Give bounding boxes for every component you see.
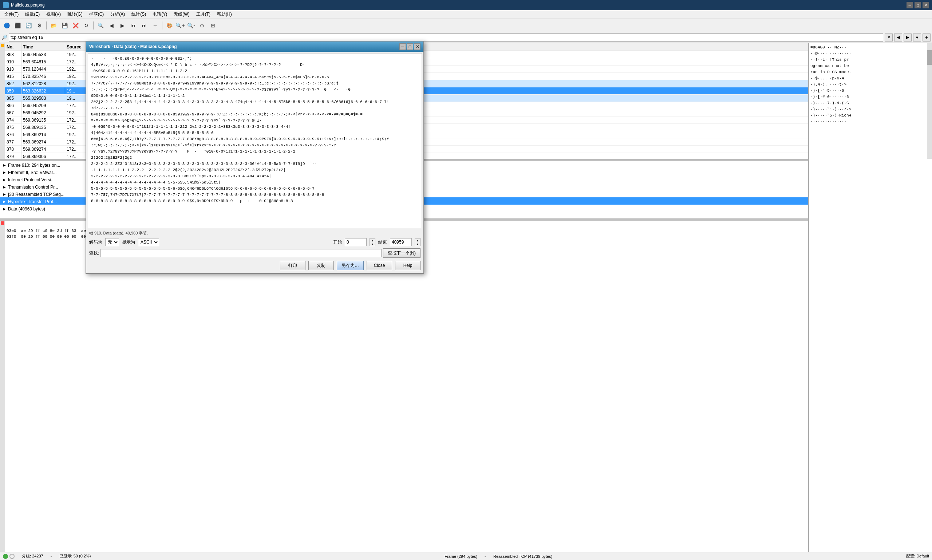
window-close-button[interactable]: ✕ (923, 2, 929, 8)
find-button[interactable]: 🔍 (95, 20, 106, 31)
status-divider-2: • (484, 554, 486, 558)
go-forward-button[interactable]: ▶ (117, 20, 128, 31)
minimize-button[interactable]: ─ (906, 2, 913, 8)
colorize-button[interactable]: 🎨 (164, 20, 174, 31)
new-capture-button[interactable]: 🔵 (2, 20, 12, 31)
show-as-label: 显示为 (122, 239, 135, 245)
search-label: 查找: (89, 250, 99, 256)
save-button[interactable]: 💾 (59, 20, 69, 31)
detail-label: Frame 910: 294 bytes on... (8, 162, 60, 169)
end-spinner-up[interactable]: ▲ (415, 238, 420, 242)
capture-indicator (9, 554, 15, 559)
detail-label: Transmission Control Pr... (8, 183, 58, 191)
zoom-in-button[interactable]: 🔍+ (175, 20, 185, 31)
menu-help[interactable]: 帮助(H) (214, 11, 235, 18)
start-spinner-down[interactable]: ▼ (370, 242, 375, 246)
dialog-hex-line: 2(262;2@2E2P2]2g2| (91, 155, 419, 161)
filter-plus-button[interactable]: + (923, 34, 930, 42)
close-file-button[interactable]: ❌ (70, 20, 80, 31)
dialog-hex-line: 2#2j2·2·2·2·2·2$3·4;4·4·4·4·4·4·3·3·3·3·… (91, 99, 419, 105)
save-as-button[interactable]: 另存为… (337, 261, 364, 270)
col-header-time: Time (22, 43, 65, 51)
go-to-packet-button[interactable]: → (150, 20, 160, 31)
status-config: 配置: Default (906, 554, 929, 559)
dialog-hex-line: 4;E;V;v;·;·;·;·;<·<+4<C<K<Q<e<·<=*=D=\=b… (91, 62, 419, 68)
search-next-button[interactable]: 查找下一个(N) (383, 248, 420, 258)
options-button[interactable]: ⚙ (34, 20, 45, 31)
help-button[interactable]: Help (395, 261, 420, 270)
dialog-hex-line: · · ·0·0,s0·0·0·0·0·0·0·0·0·0·0S1·;*; (91, 56, 419, 62)
start-input[interactable] (345, 238, 367, 246)
dialog-hex-line: 7·7·7$7,747<7D7L7X7t7|7·7·7·7·7·7·7·7·7·… (91, 192, 419, 198)
dialog-hex-line: ;·;·;·;·;<$<F<]<·<·<·<·<·< ·=·=>·U=|·=·=… (91, 87, 419, 93)
detail-label: Internet Protocol Versi... (8, 176, 55, 183)
menu-wireless[interactable]: 无线(W) (171, 11, 192, 18)
dialog-minimize-button[interactable]: ─ (399, 43, 406, 50)
menu-view[interactable]: 视图(V) (43, 11, 64, 18)
open-button[interactable]: 📂 (48, 20, 58, 31)
resize-columns-button[interactable]: ⊞ (208, 20, 218, 31)
status-frame: Frame (294 bytes) (444, 554, 477, 558)
dialog-hex-line: 4·4·4·4·4·4·4·4·4·4·4·4·4·4·4·4 5·5·5$5,… (91, 180, 419, 186)
detail-label: [30 Reassembled TCP Seg... (8, 191, 65, 198)
start-spinner-up[interactable]: ▲ (370, 238, 375, 242)
go-first-button[interactable]: ⏮ (128, 20, 138, 31)
maximize-button[interactable]: □ (915, 2, 921, 8)
start-label: 开始 (333, 239, 342, 245)
search-input[interactable] (100, 249, 381, 257)
print-button[interactable]: 打印 (280, 261, 306, 270)
dialog-close-button[interactable]: ✕ (414, 43, 420, 50)
hex-ascii-panel: =86400 ·· MZ··· ··@···· ········· ··!··L… (808, 161, 932, 552)
dialog-hex-line: 5·5·5·5·5·5·5·5·5·5·5·5·5·5·5·5·5·6·6$6,… (91, 186, 419, 192)
filter-clear-button[interactable]: ✕ (885, 34, 893, 42)
title-bar-controls: ─ □ ✕ (906, 2, 929, 8)
menu-telephony[interactable]: 电话(Y) (150, 11, 170, 18)
dialog-hex-line: 7·7<7O7{7·7·7·7·7·868M8t8·8·8·8·8·8·9*94… (91, 80, 419, 87)
dialog-hex-line: 29202X2·2·2·2·2·2·2·2·2·3·313:3M3·3·3·3·… (91, 74, 419, 80)
dialog-hex-line: ·1·1·1·1·1·1·1·1 2·2·2 2·2·2·2·2 2$2(2,2… (91, 167, 419, 173)
reload-button[interactable]: ↻ (81, 20, 91, 31)
packet-list-indicator (0, 43, 5, 159)
scrollbar-thumb[interactable] (927, 50, 932, 65)
detail-label: Hypertext Transfer Prot... (8, 198, 57, 205)
dialog-hex-line: ·0<0S0z0·0·0·0·0·161M1t1·1·1·1·1·1·1·2·2 (91, 68, 419, 74)
go-last-button[interactable]: ⏭ (139, 20, 149, 31)
menu-capture[interactable]: 捕获(C) (86, 11, 107, 18)
menu-analyze[interactable]: 分析(A) (108, 11, 128, 18)
hex-highlight (1, 222, 5, 225)
filter-dropdown-button[interactable]: ▼ (913, 34, 921, 42)
filter-nav-right[interactable]: ▶ (904, 34, 912, 42)
start-spinner[interactable]: ▲ ▼ (369, 238, 375, 246)
dialog-info-line: 帧 910, Data (data), 40,960 字节. (86, 230, 423, 237)
ready-indicator (3, 554, 8, 559)
packet-list-scrollbar[interactable] (927, 43, 932, 159)
restart-button[interactable]: 🔄 (23, 20, 34, 31)
zoom-normal-button[interactable]: ⊙ (197, 20, 207, 31)
end-spinner-down[interactable]: ▼ (415, 242, 420, 246)
dialog-maximize-button[interactable]: □ (407, 43, 413, 50)
copy-button[interactable]: 复制 (308, 261, 334, 270)
filter-nav-left[interactable]: ◀ (894, 34, 902, 42)
menu-goto[interactable]: 跳转(G) (65, 11, 85, 18)
end-label: 结束 (378, 239, 387, 245)
menu-file[interactable]: 文件(F) (2, 11, 22, 18)
decode-as-select[interactable]: 无 (105, 238, 119, 246)
dialog-hex-content[interactable]: · · ·0·0,s0·0·0·0·0·0·0·0·0·0·0S1·;*; 4;… (88, 53, 422, 228)
decode-as-label: 解码为 (89, 239, 102, 245)
stop-button[interactable]: ⬛ (12, 20, 23, 31)
menu-statistics[interactable]: 统计(S) (129, 11, 149, 18)
close-button[interactable]: Close (367, 261, 392, 270)
display-filter-input[interactable] (9, 34, 883, 42)
menu-edit[interactable]: 编辑(E) (22, 11, 43, 18)
end-input[interactable] (390, 238, 412, 246)
expand-triangle: ▶ (3, 198, 6, 205)
status-divider-1: • (51, 554, 52, 558)
end-spinner[interactable]: ▲ ▼ (415, 238, 420, 246)
dialog-hex-line: ·? ?&?,?2?8?>?D?J?P?V?e?u?·?·?·?·?·? P ·… (91, 149, 419, 155)
pkt-no: 868 (5, 51, 22, 58)
status-ready (3, 554, 15, 559)
go-back-button[interactable]: ◀ (106, 20, 117, 31)
menu-tools[interactable]: 工具(T) (193, 11, 213, 18)
show-as-select[interactable]: ASCII (138, 238, 159, 246)
zoom-out-button[interactable]: 🔍- (186, 20, 196, 31)
